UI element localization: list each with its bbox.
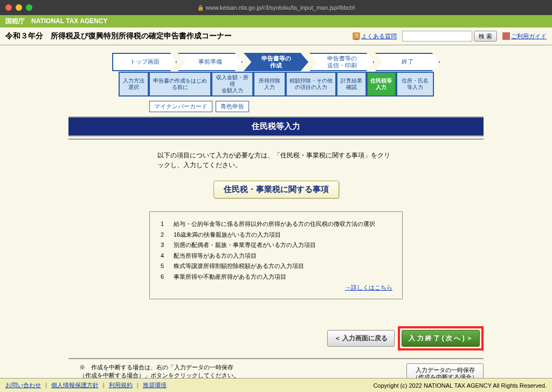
progress-substep: 税額控除・その他の項目の入力 xyxy=(286,72,336,97)
page-title: 令和３年分 所得税及び復興特別所得税の確定申告書作成コーナー xyxy=(5,31,353,41)
progress-sub: 入力方法選択申告書の作成をはじめる前に収入金額・所得金額入力所得控除入力税額控除… xyxy=(68,72,484,97)
note-item: 4配当所得等がある方の入力項目 xyxy=(161,251,375,261)
notes-box: 1給与・公的年金等に係る所得以外の所得がある方の住民税の徴収方法の選択216歳未… xyxy=(149,211,403,299)
progress-step: 申告書等の作成 xyxy=(244,53,308,71)
note-item: 5株式等譲渡所得割額控除税額がある方の入力項目 xyxy=(161,262,375,271)
note-item: 3別居の配偶者・親族・事業専従者がいる方の入力項目 xyxy=(161,240,375,250)
search-button[interactable]: 検 索 xyxy=(474,31,497,42)
minimize-icon[interactable] xyxy=(16,4,22,11)
question-icon: ? xyxy=(353,32,360,40)
progress-substep: 収入金額・所得金額入力 xyxy=(211,72,253,97)
back-button[interactable]: ＜ 入力画面に戻る xyxy=(327,330,395,347)
book-icon xyxy=(502,32,510,40)
progress-substep: 申告書の作成をはじめる前に xyxy=(149,72,211,97)
note-item: 6事業所得や不動産所得がある方の入力項目 xyxy=(161,272,375,282)
instruction-text: 以下の項目について入力が必要な方は、「住民税・事業税に関する事項」をクリックし、… xyxy=(157,150,395,170)
progress-substep: 入力方法選択 xyxy=(119,72,149,97)
url-text: www.keisan.nta.go.jp/r3/syotoku/ta_input… xyxy=(206,4,355,11)
faq-link[interactable]: ?よくある質問 xyxy=(353,32,397,40)
footer-link[interactable]: 利用規約 xyxy=(109,382,133,388)
window-titlebar: 🔒 www.keisan.nta.go.jp/r3/syotoku/ta_inp… xyxy=(0,0,552,15)
highlight-frame: 入 力 終 了 ( 次 へ ) ＞ xyxy=(398,326,484,350)
detail-link[interactable]: →詳しくはこちら xyxy=(345,283,392,293)
footer-link[interactable]: お問い合わせ xyxy=(5,382,41,388)
progress-substep: 所得控除入力 xyxy=(253,72,286,97)
note-item: 216歳未満の扶養親族がいる方の入力項目 xyxy=(161,230,375,240)
progress-substep: 計算結果確認 xyxy=(336,72,367,97)
save-note: ※ 作成を中断する場合は、右の「入力データの一時保存（作成を中断する場合）」ボタ… xyxy=(79,363,241,378)
guide-link[interactable]: ご利用ガイド xyxy=(502,32,547,40)
save-data-button[interactable]: 入力データの一時保存（作成を中断する場合） xyxy=(406,363,484,378)
info-tag: マイナンバーカード xyxy=(149,101,212,112)
copyright: Copyright (c) 2022 NATIONAL TAX AGENCY A… xyxy=(373,382,547,389)
next-button[interactable]: 入 力 終 了 ( 次 へ ) ＞ xyxy=(402,330,480,347)
progress-step: 終了 xyxy=(375,53,440,71)
progress-step: 事前準備 xyxy=(178,53,243,71)
search-input[interactable] xyxy=(402,31,472,42)
progress-step: 申告書等の送信・印刷 xyxy=(309,53,374,71)
address-bar[interactable]: 🔒 www.keisan.nta.go.jp/r3/syotoku/ta_inp… xyxy=(197,4,355,11)
footer: お問い合わせ|個人情報保護方針|利用規約|推奨環境 Copyright (c) … xyxy=(0,378,552,392)
info-tag: 青色申告 xyxy=(216,101,249,112)
progress-substep: 住民税等入力 xyxy=(367,72,396,97)
progress-step: トップ画面 xyxy=(112,53,177,71)
section-banner: 住民税等入力 xyxy=(68,116,484,136)
lock-icon: 🔒 xyxy=(197,5,204,11)
close-icon[interactable] xyxy=(5,4,12,11)
footer-link[interactable]: 個人情報保護方針 xyxy=(51,382,99,388)
progress-substep: 住所・氏名等入力 xyxy=(396,72,434,97)
agency-header: 国税庁 NATIONAL TAX AGENCY xyxy=(0,15,552,27)
resident-tax-business-tax-button[interactable]: 住民税・事業税に関する事項 xyxy=(213,181,339,198)
progress-main: トップ画面事前準備申告書等の作成申告書等の送信・印刷終了 xyxy=(68,53,484,71)
footer-link[interactable]: 推奨環境 xyxy=(143,382,167,388)
fullscreen-icon[interactable] xyxy=(26,4,32,11)
note-item: 1給与・公的年金等に係る所得以外の所得がある方の住民税の徴収方法の選択 xyxy=(161,219,375,229)
